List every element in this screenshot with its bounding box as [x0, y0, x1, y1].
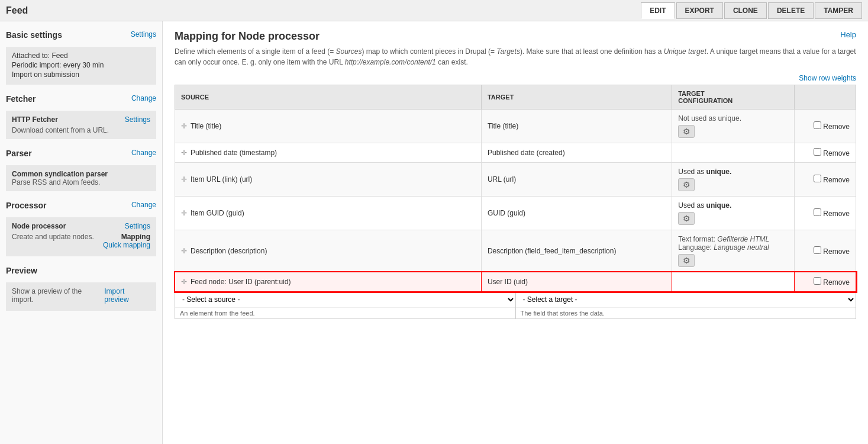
fetcher-change-link[interactable]: Change — [131, 94, 156, 102]
remove-checkbox-description[interactable] — [814, 246, 821, 254]
description-text: Define which elements of a single item o… — [175, 46, 856, 67]
add-mapping-selects: - Select a source - An element from the … — [175, 292, 856, 318]
table-row: ✛Title (title)Title (title)Not used as u… — [175, 110, 856, 143]
show-row-weights: Show row weights — [175, 73, 856, 82]
sidebar: Basic settings Settings Attached to: Fee… — [0, 21, 163, 444]
gear-button-description[interactable]: ⚙ — [678, 254, 695, 267]
config-cell-user_id — [672, 272, 795, 292]
quick-mapping-link[interactable]: Quick mapping — [103, 241, 150, 249]
target-select-wrapper: - Select a target - The field that store… — [516, 292, 856, 318]
preview-box: Show a preview of the import. Import pre… — [6, 282, 156, 311]
source-text: Item URL (link) (url) — [191, 175, 252, 184]
main-layout: Basic settings Settings Attached to: Fee… — [0, 21, 868, 444]
config-cell-guid: Used as unique.⚙ — [672, 197, 795, 230]
config-cell-url: Used as unique.⚙ — [672, 163, 795, 197]
remove-checkbox-guid[interactable] — [814, 208, 821, 216]
processor-title: Processor — [6, 201, 46, 210]
drag-handle[interactable]: ✛ — [181, 209, 187, 217]
config-cell-description: Text format: Gefilterde HTMLLanguage: La… — [672, 230, 795, 272]
action-buttons: EDIT EXPORT CLONE DELETE TAMPER — [641, 2, 862, 19]
target-text: GUID (guid) — [488, 209, 525, 217]
mapping-links: Mapping Quick mapping — [103, 233, 150, 249]
preview-desc: Show a preview of the import. — [12, 287, 104, 304]
parser-box: Common syndication parser Parse RSS and … — [6, 165, 156, 191]
source-cell-url: ✛Item URL (link) (url) — [175, 163, 482, 197]
th-config: TARGETCONFIGURATION — [672, 85, 795, 110]
basic-settings-section: Basic settings Settings Attached to: Fee… — [6, 30, 156, 85]
preview-section: Preview Show a preview of the import. Im… — [6, 266, 156, 311]
drag-handle[interactable]: ✛ — [181, 175, 187, 184]
gear-button-guid[interactable]: ⚙ — [678, 212, 695, 225]
processor-change-link[interactable]: Change — [131, 201, 156, 209]
basic-settings-link[interactable]: Settings — [131, 30, 156, 38]
parser-desc: Parse RSS and Atom feeds. — [12, 178, 150, 186]
export-button[interactable]: EXPORT — [676, 2, 723, 19]
source-cell-guid: ✛Item GUID (guid) — [175, 197, 482, 230]
remove-cell-url: Remove — [795, 163, 856, 197]
preview-title: Preview — [6, 266, 37, 275]
fetcher-box: HTTP Fetcher Settings Download content f… — [6, 111, 156, 139]
target-text: Description (field_feed_item_description… — [488, 247, 616, 255]
add-mapping-section: - Select a source - An element from the … — [175, 292, 856, 319]
remove-checkbox-published[interactable] — [814, 148, 821, 156]
table-row: ✛Item GUID (guid)GUID (guid)Used as uniq… — [175, 197, 856, 230]
source-cell-user_id: ✛Feed node: User ID (parent:uid) — [175, 272, 482, 292]
fetcher-section: Fetcher Change HTTP Fetcher Settings Dow… — [6, 94, 156, 139]
basic-info-line-2: Periodic import: every 30 min — [12, 61, 150, 69]
processor-box: Node processor Settings Create and updat… — [6, 217, 156, 256]
fetcher-name: HTTP Fetcher — [12, 115, 58, 124]
remove-label: Remove — [814, 278, 850, 287]
source-select[interactable]: - Select a source - — [175, 292, 515, 307]
gear-button-title[interactable]: ⚙ — [678, 125, 695, 138]
source-cell-published: ✛Published date (timestamp) — [175, 143, 482, 163]
remove-checkbox-title[interactable] — [814, 121, 821, 129]
table-row: ✛Description (description)Description (f… — [175, 230, 856, 272]
source-helper: An element from the feed. — [175, 307, 515, 318]
target-select[interactable]: - Select a target - — [516, 292, 856, 307]
target-helper: The field that stores the data. — [516, 307, 856, 318]
target-cell-title: Title (title) — [481, 110, 672, 143]
basic-info-line-3: Import on submission — [12, 70, 150, 79]
page-title: Feed — [6, 5, 28, 16]
remove-checkbox-url[interactable] — [814, 175, 821, 182]
tamper-button[interactable]: TAMPER — [815, 2, 862, 19]
mapping-active: Mapping — [121, 233, 150, 241]
target-cell-description: Description (field_feed_item_description… — [481, 230, 672, 272]
table-row: ✛Item URL (link) (url)URL (url)Used as u… — [175, 163, 856, 197]
target-cell-user_id: User ID (uid) — [481, 272, 672, 292]
table-row: ✛Published date (timestamp)Published dat… — [175, 143, 856, 163]
target-text: User ID (uid) — [488, 278, 528, 286]
clone-button[interactable]: CLONE — [724, 2, 767, 19]
import-preview-link[interactable]: Import preview — [104, 287, 150, 304]
drag-handle[interactable]: ✛ — [181, 149, 187, 157]
parser-title: Parser — [6, 149, 32, 158]
th-target: TARGET — [481, 85, 672, 110]
target-text: URL (url) — [488, 175, 516, 184]
remove-checkbox-user_id[interactable] — [814, 277, 821, 285]
remove-cell-user_id: Remove — [795, 272, 856, 292]
processor-settings-link[interactable]: Settings — [125, 222, 150, 230]
processor-section: Processor Change Node processor Settings… — [6, 201, 156, 256]
mapping-table: SOURCE TARGET TARGETCONFIGURATION ✛Title… — [175, 85, 856, 292]
drag-handle[interactable]: ✛ — [181, 122, 187, 130]
gear-button-url[interactable]: ⚙ — [678, 178, 695, 191]
drag-handle[interactable]: ✛ — [181, 278, 187, 286]
help-link[interactable]: Help — [840, 30, 856, 39]
processor-desc: Create and update nodes. — [12, 233, 94, 241]
basic-settings-title: Basic settings — [6, 30, 62, 40]
remove-label: Remove — [814, 247, 850, 256]
parser-name: Common syndication parser — [12, 170, 150, 178]
fetcher-settings-link[interactable]: Settings — [125, 115, 150, 124]
target-text: Title (title) — [488, 122, 518, 130]
target-text: Published date (created) — [488, 149, 565, 157]
remove-cell-guid: Remove — [795, 197, 856, 230]
source-text: Feed node: User ID (parent:uid) — [191, 278, 291, 286]
edit-button[interactable]: EDIT — [641, 2, 675, 19]
content-area: Help Mapping for Node processor Define w… — [163, 21, 868, 444]
show-row-weights-link[interactable]: Show row weights — [799, 74, 856, 82]
parser-change-link[interactable]: Change — [131, 149, 156, 157]
source-cell-title: ✛Title (title) — [175, 110, 482, 143]
drag-handle[interactable]: ✛ — [181, 247, 187, 255]
delete-button[interactable]: DELETE — [768, 2, 814, 19]
source-text: Item GUID (guid) — [191, 209, 244, 217]
